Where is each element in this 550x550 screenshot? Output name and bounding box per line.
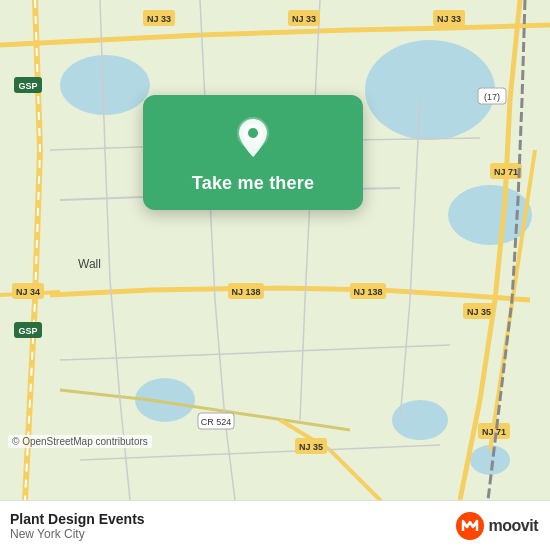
svg-text:NJ 71: NJ 71 bbox=[494, 167, 518, 177]
moovit-logo: moovit bbox=[456, 512, 538, 540]
map-attribution: © OpenStreetMap contributors bbox=[8, 435, 152, 448]
location-pin-icon bbox=[229, 113, 277, 161]
svg-text:NJ 35: NJ 35 bbox=[467, 307, 491, 317]
svg-text:NJ 33: NJ 33 bbox=[437, 14, 461, 24]
svg-text:Wall: Wall bbox=[78, 257, 101, 271]
place-info: Plant Design Events New York City bbox=[10, 511, 145, 541]
moovit-icon bbox=[456, 512, 484, 540]
svg-text:NJ 71: NJ 71 bbox=[482, 427, 506, 437]
svg-text:CR 524: CR 524 bbox=[201, 417, 232, 427]
map-container[interactable]: NJ 33 NJ 33 NJ 33 (17) NJ 71 NJ 35 NJ 13… bbox=[0, 0, 550, 500]
svg-text:NJ 138: NJ 138 bbox=[231, 287, 260, 297]
svg-text:NJ 138: NJ 138 bbox=[353, 287, 382, 297]
svg-point-2 bbox=[365, 40, 495, 140]
moovit-brand-text: moovit bbox=[489, 517, 538, 535]
svg-point-3 bbox=[448, 185, 532, 245]
popup-card[interactable]: Take me there bbox=[143, 95, 363, 210]
svg-text:NJ 33: NJ 33 bbox=[147, 14, 171, 24]
svg-text:GSP: GSP bbox=[18, 81, 37, 91]
svg-text:NJ 35: NJ 35 bbox=[299, 442, 323, 452]
popup-label: Take me there bbox=[192, 173, 314, 194]
place-city: New York City bbox=[10, 527, 145, 541]
bottom-bar: Plant Design Events New York City moovit bbox=[0, 500, 550, 550]
svg-point-38 bbox=[248, 128, 258, 138]
svg-point-1 bbox=[60, 55, 150, 115]
svg-text:NJ 33: NJ 33 bbox=[292, 14, 316, 24]
svg-text:(17): (17) bbox=[484, 92, 500, 102]
svg-text:GSP: GSP bbox=[18, 326, 37, 336]
place-name: Plant Design Events bbox=[10, 511, 145, 527]
svg-text:NJ 34: NJ 34 bbox=[16, 287, 40, 297]
